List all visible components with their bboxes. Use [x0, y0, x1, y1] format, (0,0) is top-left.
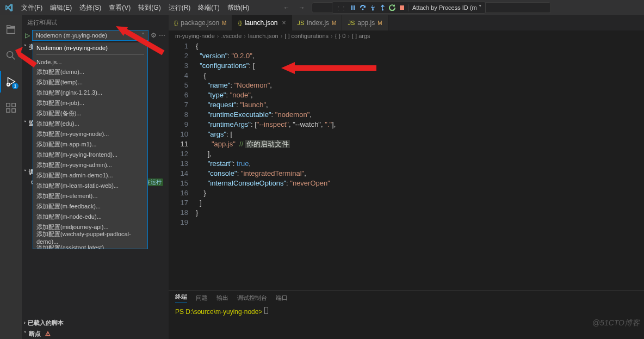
watermark: @51CTO博客 — [592, 318, 640, 328]
svg-rect-6 — [7, 103, 10, 107]
config-option[interactable]: 添加配置(m-yuying-frontend)... — [33, 150, 147, 160]
pause-icon[interactable] — [350, 4, 356, 11]
activity-bar: 1 — [0, 15, 22, 339]
chevron-down-icon: ˅ — [141, 32, 145, 39]
config-option[interactable]: 添加配置(m-learn-static-web)... — [33, 181, 147, 191]
badge-count: 1 — [12, 83, 18, 89]
menu-item[interactable]: 编辑(E) — [46, 3, 76, 13]
svg-rect-7 — [7, 109, 10, 112]
menu-item[interactable]: 选择(S) — [76, 3, 105, 13]
config-option[interactable]: 添加配置(m-app-m1)... — [33, 139, 147, 150]
stop-icon[interactable] — [399, 4, 405, 11]
terminal-prompt: PS D:\source\m-yuying-node> — [175, 308, 264, 316]
titlebar: 文件(F)编辑(E)选择(S)查看(V)转到(G)运行(R)终端(T)帮助(H)… — [0, 0, 644, 15]
config-option[interactable]: 添加配置(wechaty-puppet-padlocal-demo)... — [33, 232, 147, 243]
panel-tabs: 终端问题输出调试控制台端口 — [169, 291, 644, 305]
step-into-icon[interactable] — [369, 4, 376, 11]
editor-tab[interactable]: {}package.jsonM — [169, 15, 232, 30]
config-option[interactable]: 添加配置(m-feedback)... — [33, 201, 147, 212]
panel-tab[interactable]: 输出 — [216, 294, 228, 302]
restart-icon[interactable] — [389, 4, 395, 11]
explorer-icon[interactable] — [0, 19, 22, 40]
config-option[interactable]: 添加配置(nginx-1.21.3)... — [33, 88, 147, 98]
panel-tab[interactable]: 端口 — [276, 294, 288, 302]
config-option[interactable]: 添加配置(m-element)... — [33, 191, 147, 201]
config-option[interactable]: 添加配置(备份)... — [33, 108, 147, 119]
step-over-icon[interactable] — [360, 4, 366, 11]
config-option[interactable]: 添加配置(m-admin-demo1)... — [33, 170, 147, 181]
menu-item[interactable]: 查看(V) — [105, 3, 134, 13]
menu-item[interactable]: 运行(R) — [165, 3, 195, 13]
terminal-body[interactable]: PS D:\source\m-yuying-node> — [169, 305, 644, 339]
panel-tab[interactable]: 问题 — [196, 294, 208, 302]
editor-area: {}package.jsonM{}launch.json×JSindex.jsM… — [169, 15, 644, 339]
svg-point-0 — [362, 9, 364, 10]
svg-point-1 — [372, 9, 374, 11]
extensions-icon[interactable] — [0, 97, 22, 119]
code-editor[interactable]: 12345678910111213141516171819 { "version… — [169, 41, 644, 290]
menu-item[interactable]: 转到(G) — [134, 3, 164, 13]
svg-rect-3 — [400, 5, 404, 10]
vscode-logo-icon — [0, 3, 17, 12]
svg-point-2 — [382, 9, 383, 11]
config-option[interactable]: 添加配置(m-yuying-node)... — [33, 129, 147, 139]
launch-config-dropdown[interactable]: Nodemon (m-yuying-node) ˅ Nodemon (m-yuy… — [32, 30, 148, 41]
run-sidebar: 运行和调试 ▷ Nodemon (m-yuying-node) ˅ Nodemo… — [22, 15, 169, 339]
panel-tab[interactable]: 调试控制台 — [237, 294, 267, 302]
launch-config-selected: Nodemon (m-yuying-node) — [36, 32, 107, 39]
editor-tab[interactable]: JSindex.jsM — [292, 15, 343, 30]
editor-tab[interactable]: JSapp.jsM — [342, 15, 388, 30]
breadcrumbs[interactable]: m-yuying-node›.vscode›launch.json›[ ] co… — [169, 30, 644, 41]
config-option[interactable]: 添加配置(temp)... — [33, 77, 147, 88]
run-debug-icon[interactable]: 1 — [0, 71, 22, 93]
config-option[interactable]: 添加配置(m-node-edu)... — [33, 212, 147, 222]
nav-back-icon[interactable]: ← — [281, 4, 292, 11]
menu-item[interactable]: 帮助(H) — [224, 3, 253, 13]
close-icon: × — [282, 19, 286, 27]
svg-point-4 — [7, 52, 13, 58]
config-option[interactable]: 添加配置(demo)... — [33, 67, 147, 77]
svg-rect-8 — [12, 109, 15, 112]
svg-rect-9 — [12, 103, 15, 107]
search-icon[interactable] — [0, 45, 22, 66]
step-out-icon[interactable] — [379, 4, 386, 11]
editor-tabs: {}package.jsonM{}launch.json×JSindex.jsM… — [169, 15, 644, 30]
config-option[interactable]: 添加配置(edu)... — [33, 119, 147, 129]
debug-toolbar[interactable]: ⋮⋮ Attach by Process ID (m ˅ — [332, 2, 486, 14]
grip-icon[interactable]: ⋮⋮ — [336, 5, 346, 11]
config-option[interactable]: Nodemon (m-yuying-node) — [33, 42, 147, 53]
menu-item[interactable]: 终端(T) — [194, 3, 223, 13]
sidebar-title: 运行和调试 — [27, 19, 57, 27]
config-option[interactable]: Node.js... — [33, 57, 147, 67]
nav-fwd-icon[interactable]: → — [296, 4, 307, 11]
config-option[interactable]: 添加配置(m-job)... — [33, 98, 147, 108]
debug-config-select[interactable]: Attach by Process ID (m ˅ — [408, 4, 482, 11]
editor-tab[interactable]: {}launch.json× — [232, 15, 292, 30]
gear-icon[interactable]: ⚙ — [151, 32, 157, 39]
config-option[interactable]: 添加配置(m-yuying-admin)... — [33, 160, 147, 170]
more-icon[interactable]: ⋯ — [159, 32, 165, 39]
start-debug-icon[interactable]: ▷ — [25, 32, 30, 39]
menu-item[interactable]: 文件(F) — [17, 3, 46, 13]
section-loaded[interactable]: ›已载入的脚本 — [22, 317, 169, 328]
launch-config-list[interactable]: Nodemon (m-yuying-node)Node.js...添加配置(de… — [33, 42, 148, 249]
panel-tab[interactable]: 终端 — [175, 293, 187, 303]
bottom-panel: 终端问题输出调试控制台端口 PS D:\source\m-yuying-node… — [169, 290, 644, 339]
section-breakpoints[interactable]: ˅断点⚠ — [22, 328, 169, 339]
